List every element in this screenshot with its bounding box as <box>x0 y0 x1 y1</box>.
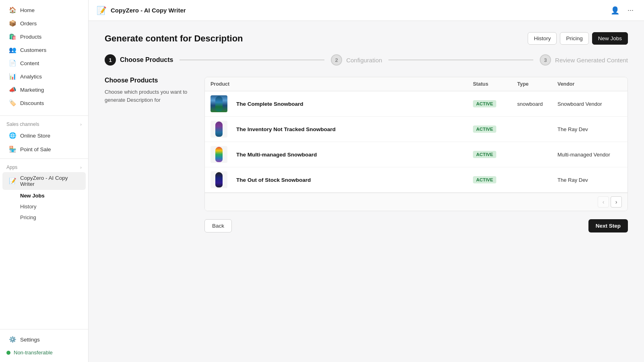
product-name-1: The Complete Snowboard <box>235 101 473 107</box>
page-content: Generate content for Description History… <box>89 21 644 362</box>
step-1-circle: 1 <box>105 54 116 66</box>
sidebar: 🏠 Home 📦 Orders 🛍️ Products 👥 Customers … <box>0 0 89 362</box>
pricing-button[interactable]: Pricing <box>560 32 588 45</box>
product-thumb-1 <box>211 95 227 112</box>
sidebar-subitem-new-jobs[interactable]: New Jobs <box>2 191 86 201</box>
table-row[interactable]: The Multi-managed Snowboard ACTIVE Multi… <box>205 142 627 167</box>
col-header-type: Type <box>517 81 557 87</box>
step-connector-2 <box>388 60 533 60</box>
product-status-1: ACTIVE <box>473 100 517 107</box>
more-button[interactable]: ··· <box>625 4 636 16</box>
table-row[interactable]: The Complete Snowboard ACTIVE snowboard … <box>205 91 627 117</box>
sidebar-item-content[interactable]: 📄 Content <box>2 57 86 70</box>
settings-icon: ⚙️ <box>9 336 16 343</box>
sidebar-item-marketing[interactable]: 📣 Marketing <box>2 83 86 96</box>
topbar-actions: 👤 ··· <box>608 4 636 16</box>
next-step-button[interactable]: Next Step <box>588 219 628 232</box>
customers-icon: 👥 <box>9 46 16 53</box>
new-jobs-button[interactable]: New Jobs <box>592 32 628 45</box>
step-2-label: Configuration <box>346 57 382 64</box>
sales-channels-chevron: › <box>80 122 82 127</box>
sales-channels-section: Sales channels › <box>0 118 88 129</box>
topbar: 📝 CopyZero - AI Copy Writer 👤 ··· <box>89 0 644 21</box>
product-table: Product Status Type Vendor The Complete … <box>204 77 628 211</box>
stepper: 1 Choose Products 2 Configuration 3 Revi… <box>105 54 628 66</box>
sidebar-item-products[interactable]: 🛍️ Products <box>2 30 86 43</box>
product-vendor-4: The Ray Dev <box>557 177 622 183</box>
home-icon: 🏠 <box>9 6 16 14</box>
marketing-icon: 📣 <box>9 86 16 93</box>
product-name-3: The Multi-managed Snowboard <box>235 152 473 158</box>
product-status-2: ACTIVE <box>473 125 517 133</box>
product-name-2: The Inventory Not Tracked Snowboard <box>235 126 473 132</box>
col-header-vendor: Vendor <box>557 81 622 87</box>
page-title: Generate content for Description <box>105 33 243 44</box>
apps-section: Apps › <box>0 161 88 172</box>
step-2-circle: 2 <box>331 54 342 66</box>
product-thumb-2 <box>211 121 227 138</box>
panel-left-desc: Choose which products you want to genera… <box>105 88 193 104</box>
online-store-icon: 🌐 <box>9 132 16 139</box>
profile-button[interactable]: 👤 <box>608 4 622 16</box>
product-name-4: The Out of Stock Snowboard <box>235 177 473 183</box>
copyzero-icon: 📝 <box>9 177 16 185</box>
page-actions: History Pricing New Jobs <box>528 32 628 45</box>
step-1-label: Choose Products <box>120 56 173 64</box>
table-row[interactable]: The Inventory Not Tracked Snowboard ACTI… <box>205 117 627 142</box>
step-3: 3 Review Generated Content <box>540 54 628 66</box>
col-header-product: Product <box>211 81 235 87</box>
form-actions: Back Next Step <box>204 219 628 232</box>
orders-icon: 📦 <box>9 20 16 27</box>
next-page-button[interactable]: › <box>611 196 622 208</box>
step-3-circle: 3 <box>540 54 551 66</box>
sidebar-item-copyzero[interactable]: 📝 CopyZero - AI Copy Writer <box>2 172 86 190</box>
product-status-4: ACTIVE <box>473 176 517 183</box>
step-connector-1 <box>180 60 324 60</box>
sidebar-item-point-of-sale[interactable]: 🏪 Point of Sale <box>2 143 86 156</box>
back-button[interactable]: Back <box>204 219 232 232</box>
apps-chevron: › <box>80 165 82 170</box>
product-type-1: snowboard <box>517 101 557 107</box>
panel-layout: Choose Products Choose which products yo… <box>105 77 628 232</box>
page-header: Generate content for Description History… <box>105 32 628 45</box>
panel-left: Choose Products Choose which products yo… <box>105 77 193 104</box>
col-header-status: Status <box>473 81 517 87</box>
content-icon: 📄 <box>9 60 16 67</box>
topbar-title: CopyZero - AI Copy Writer <box>111 7 604 14</box>
analytics-icon: 📊 <box>9 73 16 80</box>
table-row[interactable]: The Out of Stock Snowboard ACTIVE The Ra… <box>205 167 627 193</box>
non-transferable-badge: Non-transferable <box>0 346 88 359</box>
product-vendor-2: The Ray Dev <box>557 126 622 132</box>
sidebar-subitem-history[interactable]: History <box>2 202 86 212</box>
product-status-3: ACTIVE <box>473 151 517 158</box>
sidebar-subitem-pricing[interactable]: Pricing <box>2 212 86 222</box>
topbar-app-icon: 📝 <box>97 6 107 15</box>
table-header: Product Status Type Vendor <box>205 77 627 91</box>
prev-page-button[interactable]: ‹ <box>598 196 609 208</box>
step-2: 2 Configuration <box>331 54 382 66</box>
sidebar-item-home[interactable]: 🏠 Home <box>2 4 86 16</box>
col-header-product-name <box>235 81 473 87</box>
step-1: 1 Choose Products <box>105 54 173 66</box>
panel-right: Product Status Type Vendor The Complete … <box>204 77 628 232</box>
history-button[interactable]: History <box>528 32 557 45</box>
discounts-icon: 🏷️ <box>9 99 16 107</box>
sidebar-item-customers[interactable]: 👥 Customers <box>2 43 86 56</box>
point-of-sale-icon: 🏪 <box>9 146 16 153</box>
table-footer: ‹ › <box>205 193 627 211</box>
product-vendor-1: Snowboard Vendor <box>557 101 622 107</box>
sidebar-item-discounts[interactable]: 🏷️ Discounts <box>2 97 86 109</box>
main-area: 📝 CopyZero - AI Copy Writer 👤 ··· Genera… <box>89 0 644 362</box>
product-thumb-3 <box>211 146 227 163</box>
product-thumb-4 <box>211 171 227 188</box>
sidebar-item-orders[interactable]: 📦 Orders <box>2 17 86 30</box>
products-icon: 🛍️ <box>9 33 16 40</box>
non-transferable-dot <box>6 351 10 355</box>
sidebar-item-settings[interactable]: ⚙️ Settings <box>2 333 86 346</box>
panel-left-title: Choose Products <box>105 77 193 84</box>
product-vendor-3: Multi-managed Vendor <box>557 152 622 158</box>
sidebar-item-analytics[interactable]: 📊 Analytics <box>2 70 86 83</box>
sidebar-item-online-store[interactable]: 🌐 Online Store <box>2 129 86 142</box>
step-3-label: Review Generated Content <box>555 57 628 64</box>
